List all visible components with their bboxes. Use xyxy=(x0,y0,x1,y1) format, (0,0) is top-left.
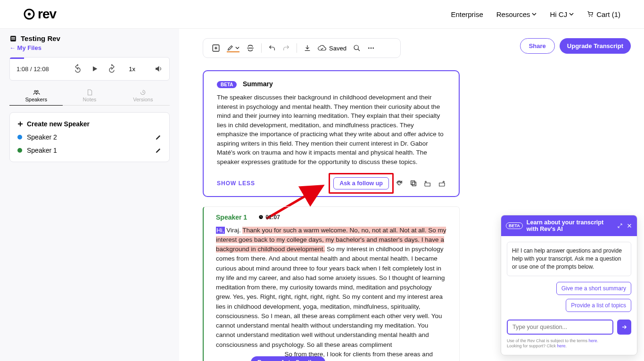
resume-autoscroll-button[interactable]: Resume Auto-Scroll xyxy=(251,356,325,361)
nav-enterprise[interactable]: Enterprise xyxy=(451,10,483,18)
notes-icon xyxy=(86,89,93,96)
people-icon xyxy=(33,89,40,96)
svg-point-2 xyxy=(589,16,590,17)
svg-rect-6 xyxy=(11,39,15,40)
chevron-down-icon xyxy=(569,12,574,16)
upgrade-button[interactable]: Upgrade Transcript xyxy=(560,38,631,54)
svg-rect-14 xyxy=(412,182,416,186)
player-progress[interactable] xyxy=(10,57,24,59)
arrow-right-icon xyxy=(621,324,627,330)
speaker-color-dot xyxy=(17,135,22,139)
pencil-icon[interactable] xyxy=(155,147,162,154)
svg-rect-5 xyxy=(11,37,15,38)
cart-icon xyxy=(587,11,594,17)
rev-logo-icon xyxy=(24,8,35,20)
tab-speakers[interactable]: Speakers xyxy=(9,85,63,106)
nav-resources[interactable]: Resources xyxy=(496,10,537,18)
header-nav: Enterprise Resources Hi CJ Cart (1) xyxy=(451,10,620,18)
transcript-text[interactable]: Hi, Viraj. Thank you for such a warm wel… xyxy=(216,226,447,361)
download-icon[interactable] xyxy=(304,44,311,52)
chat-footer: Use of the Rev Chat is subject to the te… xyxy=(507,338,631,349)
highlighter-icon xyxy=(227,44,234,51)
thumbs-down-icon[interactable] xyxy=(424,180,431,187)
rewind-icon[interactable] xyxy=(73,64,83,74)
nav-cart[interactable]: Cart (1) xyxy=(587,10,620,18)
speaker-row: Speaker 2 xyxy=(17,131,162,144)
search-icon[interactable] xyxy=(353,44,361,52)
show-less-button[interactable]: SHOW LESS xyxy=(217,180,255,187)
speaker-name: Speaker 2 xyxy=(27,133,57,141)
forward-icon[interactable] xyxy=(107,64,116,74)
chat-terms-link[interactable]: here xyxy=(589,338,597,343)
svg-point-11 xyxy=(368,48,369,49)
tab-versions[interactable]: Versions xyxy=(116,85,170,106)
speakers-panel: Create new Speaker Speaker 2 Speaker 1 xyxy=(9,112,170,162)
chevron-down-icon xyxy=(532,12,537,16)
chat-input[interactable] xyxy=(507,320,613,335)
svg-point-3 xyxy=(592,16,593,17)
cloud-icon xyxy=(318,44,326,52)
chat-title: Learn about your transcript with Rev's A… xyxy=(527,219,613,232)
beta-badge-small: BETA xyxy=(506,222,523,229)
highlight-button[interactable] xyxy=(227,44,239,52)
sidebar: Testing Rev ← My Files 1:08 / 12:08 1x S… xyxy=(0,29,179,361)
svg-point-12 xyxy=(371,48,372,49)
plus-icon xyxy=(17,121,23,127)
rev-ai-chat: BETA Learn about your transcript with Re… xyxy=(501,215,637,355)
chat-support-link[interactable]: here xyxy=(557,344,566,348)
summary-card: BETA Summary The speaker discusses their… xyxy=(203,70,460,197)
more-icon[interactable] xyxy=(367,44,375,52)
refresh-icon[interactable] xyxy=(396,180,403,187)
back-link[interactable]: ← My Files xyxy=(9,44,170,51)
svg-point-7 xyxy=(34,90,36,92)
summary-body: The speaker discusses their background i… xyxy=(217,93,446,167)
close-icon[interactable] xyxy=(627,223,632,229)
expand-icon[interactable] xyxy=(617,223,623,229)
undo-icon[interactable] xyxy=(268,44,276,52)
playback-speed[interactable]: 1x xyxy=(129,66,135,73)
chevron-down-icon xyxy=(235,46,239,50)
summary-title: Summary xyxy=(243,80,273,88)
audio-player: 1:08 / 12:08 1x xyxy=(9,57,170,81)
create-speaker-button[interactable]: Create new Speaker xyxy=(17,117,162,131)
history-icon xyxy=(140,89,146,96)
play-icon[interactable] xyxy=(91,65,99,73)
beta-badge: BETA xyxy=(217,81,237,88)
thumbs-up-icon[interactable] xyxy=(438,180,446,187)
strikethrough-icon[interactable] xyxy=(246,44,255,52)
nav-greeting[interactable]: Hi CJ xyxy=(550,10,574,18)
app-header: rev Enterprise Resources Hi CJ Cart (1) xyxy=(0,0,644,29)
chat-greeting: Hi! I can help answer questions and prov… xyxy=(507,242,631,276)
svg-point-8 xyxy=(36,90,38,92)
add-note-icon[interactable] xyxy=(212,44,220,52)
transcript-timestamp[interactable]: 01:07 xyxy=(258,214,280,221)
brand-text: rev xyxy=(38,7,56,22)
top-actions: Share Upgrade Transcript xyxy=(520,38,631,54)
chat-prompt-summary[interactable]: Give me a short summary xyxy=(556,282,631,295)
editor-toolbar: Saved xyxy=(203,38,401,58)
brand-logo[interactable]: rev xyxy=(24,7,56,22)
copy-icon[interactable] xyxy=(410,180,417,187)
svg-point-13 xyxy=(372,48,373,49)
volume-icon[interactable] xyxy=(154,65,163,73)
chat-prompt-topics[interactable]: Provide a list of topics xyxy=(566,299,631,312)
tab-notes[interactable]: Notes xyxy=(63,85,116,106)
sidebar-tabs: Speakers Notes Versions xyxy=(9,85,170,106)
pencil-icon[interactable] xyxy=(155,134,162,140)
page-title: Testing Rev xyxy=(21,34,60,42)
clock-icon xyxy=(258,214,264,220)
chat-send-button[interactable] xyxy=(617,320,631,335)
chat-header: BETA Learn about your transcript with Re… xyxy=(501,215,637,236)
transcript-segment: Speaker 1 01:07 Hi, Viraj. Thank you for… xyxy=(203,206,460,361)
summary-actions: Ask a follow up xyxy=(333,177,446,189)
speaker-row: Speaker 1 xyxy=(17,144,162,157)
document-icon xyxy=(9,35,17,42)
transcript-speaker[interactable]: Speaker 1 xyxy=(216,213,247,221)
redo-icon[interactable] xyxy=(282,44,290,52)
annotation-box xyxy=(329,173,394,194)
svg-point-1 xyxy=(28,13,31,16)
save-status: Saved xyxy=(318,44,347,52)
share-button[interactable]: Share xyxy=(520,38,555,54)
speaker-name: Speaker 1 xyxy=(27,147,57,154)
svg-rect-15 xyxy=(411,180,415,184)
